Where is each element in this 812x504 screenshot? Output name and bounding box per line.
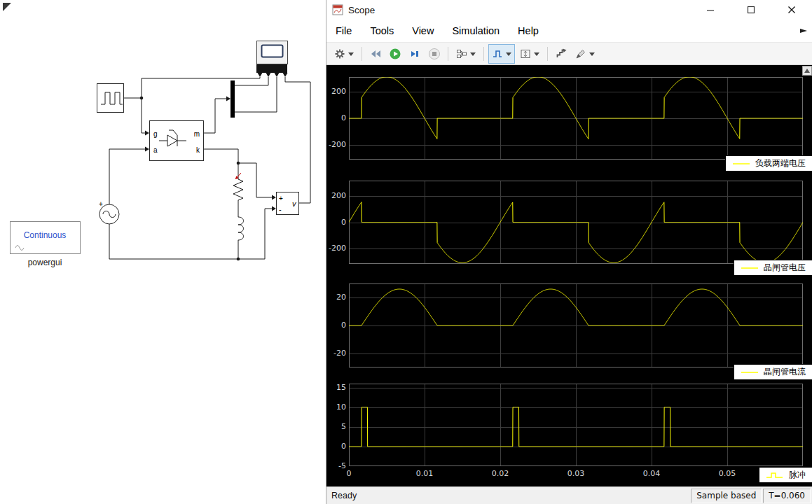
port-label-m: m (194, 130, 200, 138)
menu-bar: File Tools View Simulation Help (326, 20, 812, 42)
y-tick-label: 15 (326, 383, 346, 392)
legend-label: 脉冲 (789, 469, 806, 481)
y-tick-label: -20 (326, 349, 346, 358)
scroll-up-button[interactable] (802, 66, 812, 76)
caret-down-icon (469, 51, 476, 57)
x-tick-label: 0.03 (562, 469, 590, 478)
maximize-button[interactable] (731, 0, 771, 20)
wire-to-vm-plus (238, 163, 272, 197)
status-sample-mode: Sample based (691, 489, 762, 503)
step-back-icon (369, 48, 382, 60)
wire-m-to-demux (203, 99, 226, 133)
wire-source-to-anode (109, 149, 145, 204)
status-ready: Ready (326, 491, 357, 500)
legend-line-icon (741, 369, 759, 376)
legend-thyristor-current[interactable]: 晶闸管电流 (734, 364, 812, 380)
powergui-block[interactable]: Continuous (11, 222, 81, 254)
y-tick-label: -200 (326, 140, 346, 149)
scope-plot-3-canvas[interactable] (349, 284, 803, 368)
thyristor-block[interactable]: g a m k (150, 121, 204, 161)
toolbar-separator (362, 47, 362, 61)
demux-block[interactable] (230, 80, 235, 118)
step-forward-button[interactable] (406, 44, 424, 64)
legend-line-icon (741, 265, 759, 272)
screen-corner-artifact (3, 3, 11, 11)
port-label-g: g (153, 130, 158, 138)
y-tick-label: 0 (326, 442, 346, 451)
legend-pulse[interactable]: 脉冲 (759, 467, 812, 483)
settings-button[interactable] (331, 44, 357, 64)
caret-down-icon (347, 51, 355, 57)
window-controls (690, 0, 812, 20)
menu-overflow-arrow-icon[interactable] (799, 26, 808, 38)
y-tick-label: 0 (326, 321, 346, 330)
scope-plot-1-canvas[interactable] (349, 77, 803, 160)
legend-label: 负载两端电压 (755, 158, 806, 169)
input-arrow-icon (283, 73, 288, 77)
close-button[interactable] (771, 0, 812, 20)
x-tick-label: 0.04 (638, 469, 666, 478)
trigger-button[interactable] (488, 44, 515, 64)
menu-file[interactable]: File (336, 25, 352, 36)
title-bar: Scope (326, 0, 812, 20)
minimize-icon (706, 5, 715, 15)
resistor-icon (233, 175, 243, 204)
signal-forward-button[interactable] (552, 44, 570, 64)
toolbar-separator (448, 47, 448, 61)
input-arrow-icon (258, 73, 263, 77)
y-tick-label: 10 (326, 402, 346, 412)
highlight-button[interactable] (572, 44, 598, 64)
minimize-button[interactable] (690, 0, 731, 20)
input-arrow-icon (266, 73, 271, 77)
scope-plot-4-canvas[interactable] (349, 384, 803, 466)
menu-tools[interactable]: Tools (370, 25, 394, 36)
scope-plot-2-canvas[interactable] (349, 181, 803, 264)
zoom-fit-button[interactable] (516, 44, 543, 64)
up-arrow-icon (804, 69, 810, 73)
inductor-icon (238, 217, 244, 240)
wires (109, 77, 310, 259)
trigger-icon (491, 48, 504, 60)
blocks-icon (455, 48, 468, 60)
y-tick-label: 0 (326, 218, 346, 227)
x-tick-label: 0.05 (713, 469, 741, 478)
close-icon (787, 5, 797, 15)
menu-view[interactable]: View (412, 25, 434, 36)
toolbar-separator (547, 47, 548, 61)
scope-block[interactable] (257, 41, 288, 64)
legend-load-voltage[interactable]: 负载两端电压 (725, 155, 812, 172)
wire-bottom-rail (109, 209, 272, 259)
caret-down-icon (505, 51, 512, 57)
x-tick-label: 0.01 (411, 469, 439, 478)
stairstep-arrow-icon (555, 48, 567, 60)
legend-thyristor-voltage[interactable]: 晶闸管电压 (734, 260, 812, 276)
scope-plot-4[interactable] (349, 384, 803, 466)
port-label-a: a (153, 146, 158, 154)
x-tick-label: 0.02 (486, 469, 514, 478)
wire-pulse-to-gate (123, 98, 145, 133)
menu-help[interactable]: Help (518, 25, 539, 36)
window-title: Scope (348, 5, 375, 15)
legend-label: 晶闸管电压 (764, 262, 806, 274)
y-tick-label: 0 (326, 113, 346, 122)
scope-plot-1[interactable] (349, 77, 803, 160)
scope-screen-icon (262, 46, 283, 57)
step-back-button[interactable] (366, 44, 385, 64)
scope-plot-2[interactable] (349, 181, 803, 264)
pulse-generator-block[interactable] (97, 84, 124, 113)
vm-minus-label: - (279, 205, 282, 214)
wire-cathode-to-load (203, 149, 238, 175)
y-tick-label: 5 (326, 422, 346, 431)
run-button[interactable] (386, 44, 404, 64)
zoom-fit-icon (519, 48, 532, 60)
scope-input-terminals[interactable] (256, 64, 288, 77)
simulation-blocks-button[interactable] (453, 44, 479, 64)
scope-toolbar (326, 42, 812, 65)
menu-simulation[interactable]: Simulation (452, 25, 500, 36)
scope-plot-3[interactable] (349, 284, 803, 368)
run-icon (389, 48, 401, 60)
voltage-measurement-block[interactable]: + - v (277, 192, 299, 215)
stop-button[interactable] (425, 44, 443, 64)
wire-demux-out2 (235, 77, 277, 112)
stop-icon (428, 48, 441, 60)
